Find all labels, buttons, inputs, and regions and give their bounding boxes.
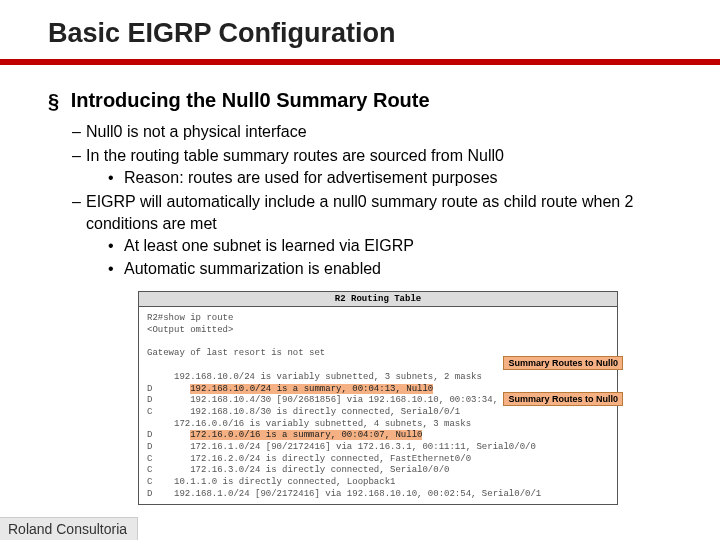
content-area: § Introducing the Null0 Summary Route Nu… (0, 65, 720, 505)
slide-title: Basic EIGRP Configuration (0, 0, 720, 59)
list-item: Null0 is not a physical interface (72, 121, 672, 143)
callout-label: Summary Routes to Null0 (503, 392, 623, 406)
summary-route-highlight: 192.168.10.0/24 is a summary, 00:04:13, … (190, 384, 433, 394)
list-item: Automatic summarization is enabled (108, 258, 672, 280)
list-item-text: EIGRP will automatically include a null0… (86, 193, 634, 232)
list-item-text: Null0 is not a physical interface (86, 123, 307, 140)
section-heading-text: Introducing the Null0 Summary Route (71, 89, 430, 111)
list-item: EIGRP will automatically include a null0… (72, 191, 672, 279)
routing-table-figure: R2 Routing Table R2#show ip route <Outpu… (138, 291, 618, 505)
summary-route-highlight: 172.16.0.0/16 is a summary, 00:04:07, Nu… (190, 430, 422, 440)
sub-bullet-list: Reason: routes are used for advertisemen… (108, 167, 672, 189)
list-item: At least one subnet is learned via EIGRP (108, 235, 672, 257)
list-item-text: Automatic summarization is enabled (124, 260, 381, 277)
footer-branding: Roland Consultoria (0, 517, 138, 540)
callout-label: Summary Routes to Null0 (503, 356, 623, 370)
list-item-text: At least one subnet is learned via EIGRP (124, 237, 414, 254)
list-item-text: Reason: routes are used for advertisemen… (124, 169, 498, 186)
list-item: Reason: routes are used for advertisemen… (108, 167, 672, 189)
section-heading: § Introducing the Null0 Summary Route (48, 89, 672, 113)
main-bullet-list: Null0 is not a physical interface In the… (72, 121, 672, 279)
sub-bullet-list: At least one subnet is learned via EIGRP… (108, 235, 672, 279)
square-bullet-icon: § (48, 90, 59, 113)
list-item-text: In the routing table summary routes are … (86, 147, 504, 164)
figure-caption: R2 Routing Table (139, 292, 617, 307)
list-item: In the routing table summary routes are … (72, 145, 672, 189)
